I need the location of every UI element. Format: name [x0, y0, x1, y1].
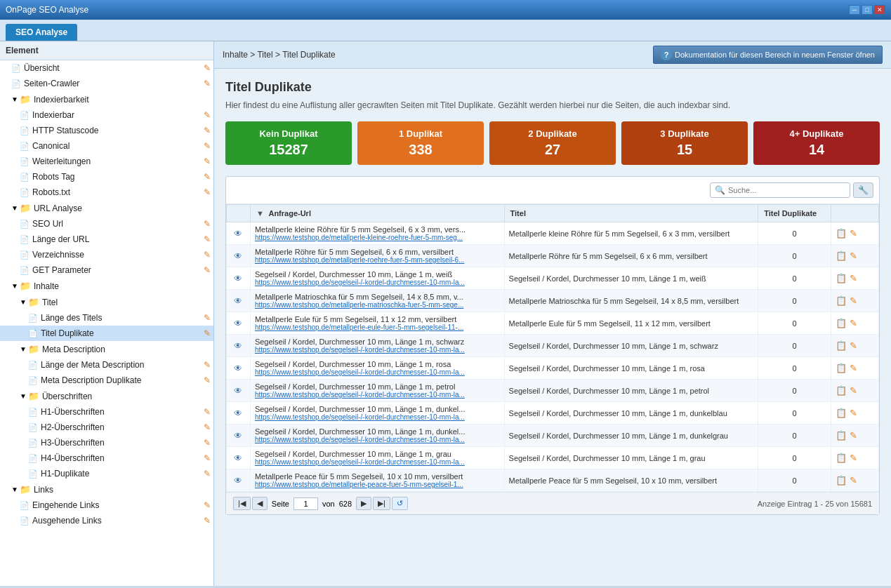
- edit-icon[interactable]: ✎: [204, 500, 211, 510]
- sidebar-item-get-parameter[interactable]: 📄 GET Parameter ✎: [0, 262, 213, 278]
- edit-icon[interactable]: ✎: [204, 469, 211, 479]
- sidebar-item-meta-description[interactable]: ▼ 📁 Meta Description: [0, 341, 213, 357]
- eye-button[interactable]: 👁: [234, 341, 242, 351]
- copy-button[interactable]: 📋: [836, 250, 847, 261]
- edit-icon[interactable]: ✎: [204, 187, 211, 197]
- edit-row-button[interactable]: ✎: [850, 318, 857, 328]
- copy-button[interactable]: 📋: [836, 453, 847, 463]
- edit-row-button[interactable]: ✎: [850, 228, 857, 239]
- sidebar-item-seiten-crawler[interactable]: 📄 Seiten-Crawler ✎: [0, 76, 213, 91]
- url-link[interactable]: https://www.testshop.de/metallperle-matr…: [255, 301, 500, 309]
- tab-seo-analyse[interactable]: SEO Analyse: [6, 24, 77, 41]
- sidebar-item-robots-txt[interactable]: 📄 Robots.txt ✎: [0, 185, 213, 200]
- sidebar-item-http-statuscode[interactable]: 📄 HTTP Statuscode ✎: [0, 123, 213, 138]
- url-link[interactable]: https://www.testshop.de/segelseil-/-kord…: [255, 368, 500, 376]
- eye-button[interactable]: 👁: [234, 431, 242, 441]
- sidebar-item-ueberschriften[interactable]: ▼ 📁 Überschriften: [0, 388, 213, 404]
- edit-row-button[interactable]: ✎: [850, 340, 857, 351]
- col-header-anfrage-url[interactable]: ▼ Anfrage-Url: [250, 205, 504, 222]
- copy-button[interactable]: 📋: [836, 295, 847, 306]
- copy-button[interactable]: 📋: [836, 408, 847, 418]
- search-input[interactable]: [728, 186, 845, 194]
- edit-row-button[interactable]: ✎: [850, 408, 857, 418]
- url-link[interactable]: https://www.testshop.de/segelseil-/-kord…: [255, 346, 500, 354]
- sidebar-item-robots-tag[interactable]: 📄 Robots Tag ✎: [0, 169, 213, 185]
- url-link[interactable]: https://www.testshop.de/metallperle-eule…: [255, 323, 500, 331]
- edit-row-button[interactable]: ✎: [850, 385, 857, 396]
- url-link[interactable]: https://www.testshop.de/segelseil-/-kord…: [255, 279, 500, 286]
- edit-icon[interactable]: ✎: [204, 250, 211, 260]
- eye-button[interactable]: 👁: [234, 251, 242, 261]
- edit-row-button[interactable]: ✎: [850, 250, 857, 261]
- sidebar-item-url-analyse[interactable]: ▼ 📁 URL Analyse: [0, 200, 213, 216]
- eye-button[interactable]: 👁: [234, 453, 242, 463]
- edit-icon[interactable]: ✎: [204, 126, 211, 135]
- edit-icon[interactable]: ✎: [204, 219, 211, 229]
- copy-button[interactable]: 📋: [836, 228, 847, 239]
- edit-icon[interactable]: ✎: [204, 234, 211, 244]
- sidebar-item-laenge-titels[interactable]: 📄 Länge des Titels ✎: [0, 310, 213, 326]
- edit-row-button[interactable]: ✎: [850, 430, 857, 441]
- copy-button[interactable]: 📋: [836, 318, 847, 328]
- edit-icon[interactable]: ✎: [204, 375, 211, 385]
- sidebar-item-seo-url[interactable]: 📄 SEO Url ✎: [0, 216, 213, 232]
- url-link[interactable]: https://www.testshop.de/metallperle-klei…: [255, 234, 500, 241]
- copy-button[interactable]: 📋: [836, 385, 847, 396]
- eye-button[interactable]: 👁: [234, 476, 242, 486]
- edit-icon[interactable]: ✎: [204, 265, 211, 275]
- first-page-button[interactable]: |◀: [233, 497, 251, 510]
- url-link[interactable]: https://www.testshop.de/segelseil-/-kord…: [255, 413, 500, 421]
- minimize-button[interactable]: ─: [849, 5, 860, 15]
- edit-row-button[interactable]: ✎: [850, 475, 857, 486]
- sidebar-item-laenge-url[interactable]: 📄 Länge der URL ✎: [0, 232, 213, 247]
- edit-row-button[interactable]: ✎: [850, 453, 857, 463]
- url-link[interactable]: https://www.testshop.de/segelseil-/-kord…: [255, 458, 500, 466]
- sidebar-item-h1-duplikate[interactable]: 📄 H1-Duplikate ✎: [0, 466, 213, 481]
- eye-button[interactable]: 👁: [234, 408, 242, 418]
- stat-card-3[interactable]: 3 Duplikate 15: [621, 121, 748, 165]
- edit-icon[interactable]: ✎: [204, 360, 211, 370]
- sidebar-item-titel-duplikate[interactable]: 📄 Titel Duplikate ✎: [0, 326, 213, 341]
- sidebar-item-verzeichnisse[interactable]: 📄 Verzeichnisse ✎: [0, 247, 213, 262]
- url-link[interactable]: https://www.testshop.de/metallperle-roeh…: [255, 256, 500, 264]
- settings-button[interactable]: 🔧: [853, 182, 873, 198]
- edit-row-button[interactable]: ✎: [850, 363, 857, 373]
- eye-button[interactable]: 👁: [234, 386, 242, 396]
- copy-button[interactable]: 📋: [836, 340, 847, 351]
- eye-button[interactable]: 👁: [234, 274, 242, 283]
- edit-icon[interactable]: ✎: [204, 79, 211, 88]
- edit-icon[interactable]: ✎: [204, 156, 211, 166]
- eye-button[interactable]: 👁: [234, 296, 242, 306]
- last-page-button[interactable]: ▶|: [373, 497, 390, 510]
- edit-icon[interactable]: ✎: [204, 407, 211, 417]
- copy-button[interactable]: 📋: [836, 475, 847, 486]
- stat-card-0[interactable]: Kein Duplikat 15287: [225, 121, 352, 165]
- edit-icon[interactable]: ✎: [204, 172, 211, 182]
- edit-icon[interactable]: ✎: [204, 313, 211, 323]
- sort-icon[interactable]: ▼: [256, 209, 264, 218]
- sidebar-item-meta-duplikate[interactable]: 📄 Meta Description Duplikate ✎: [0, 373, 213, 388]
- sidebar-item-ausgehende-links[interactable]: 📄 Ausgehende Links ✎: [0, 513, 213, 528]
- sidebar-item-uebersicht[interactable]: 📄 Übersicht ✎: [0, 60, 213, 76]
- sidebar-item-eingehende-links[interactable]: 📄 Eingehende Links ✎: [0, 497, 213, 513]
- sidebar-item-canonical[interactable]: 📄 Canonical ✎: [0, 138, 213, 154]
- edit-icon[interactable]: ✎: [204, 141, 211, 151]
- sidebar-item-indexierbar[interactable]: 📄 Indexierbar ✎: [0, 107, 213, 123]
- refresh-button[interactable]: ↺: [392, 497, 408, 510]
- sidebar-item-h1[interactable]: 📄 H1-Überschriften ✎: [0, 404, 213, 420]
- edit-row-button[interactable]: ✎: [850, 295, 857, 306]
- copy-button[interactable]: 📋: [836, 430, 847, 441]
- stat-card-4[interactable]: 4+ Duplikate 14: [753, 121, 880, 165]
- edit-icon[interactable]: ✎: [204, 438, 211, 448]
- edit-row-button[interactable]: ✎: [850, 273, 857, 283]
- sidebar-item-indexierbarkeit[interactable]: ▼ 📁 Indexierbarkeit: [0, 91, 213, 107]
- sidebar-item-weiterleitungen[interactable]: 📄 Weiterleitungen ✎: [0, 154, 213, 169]
- eye-button[interactable]: 👁: [234, 363, 242, 373]
- page-input[interactable]: [293, 497, 318, 510]
- sidebar-item-inhalte[interactable]: ▼ 📁 Inhalte: [0, 278, 213, 294]
- sidebar-item-laenge-meta[interactable]: 📄 Länge der Meta Description ✎: [0, 357, 213, 373]
- sidebar-item-links[interactable]: ▼ 📁 Links: [0, 481, 213, 497]
- edit-icon[interactable]: ✎: [204, 328, 211, 338]
- sidebar-item-h4[interactable]: 📄 H4-Überschriften ✎: [0, 450, 213, 466]
- stat-card-2[interactable]: 2 Duplikate 27: [489, 121, 616, 165]
